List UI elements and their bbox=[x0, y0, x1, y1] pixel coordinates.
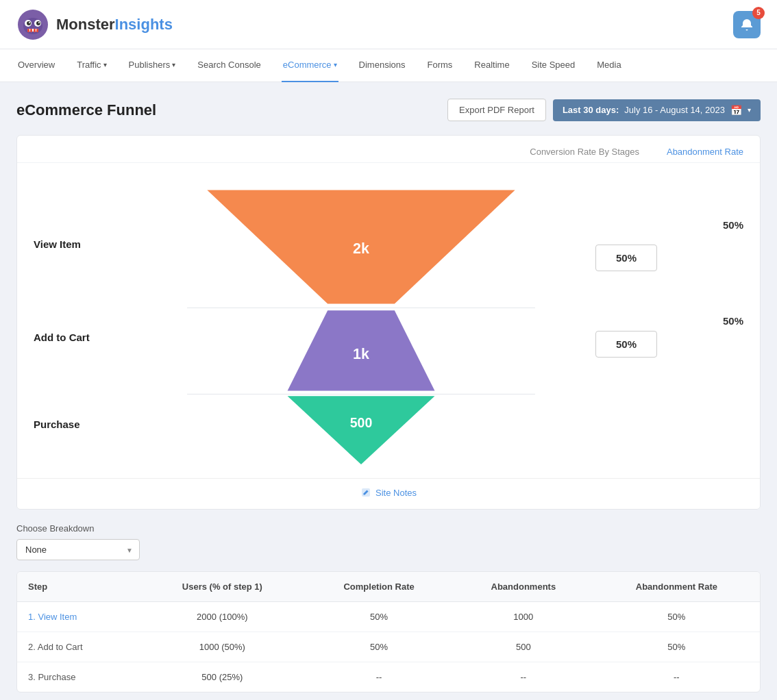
site-notes-row: Site Notes bbox=[17, 478, 760, 509]
breakdown-select[interactable]: None Device Source Browser bbox=[16, 539, 140, 560]
svg-point-7 bbox=[38, 22, 40, 23]
logo-text: MonsterInsights bbox=[56, 16, 173, 34]
svg-point-6 bbox=[29, 22, 30, 23]
col-step: Step bbox=[17, 572, 140, 602]
col-abandonment-rate: Abandonment Rate bbox=[593, 572, 760, 602]
conversion-box-1: 50% bbox=[595, 245, 657, 271]
step-2-users: 1000 (50%) bbox=[140, 632, 304, 662]
step-1-users: 2000 (100%) bbox=[140, 602, 304, 632]
chevron-down-icon: ▾ bbox=[103, 61, 107, 68]
notification-badge: 5 bbox=[752, 7, 765, 19]
nav-item-forms[interactable]: Forms bbox=[426, 49, 454, 82]
header-right: 5 bbox=[733, 11, 761, 38]
svg-text:1k: 1k bbox=[353, 346, 369, 362]
step-1-link[interactable]: 1. View Item bbox=[28, 612, 77, 622]
step-3-name: 3. Purchase bbox=[17, 662, 140, 692]
page-title-actions: Export PDF Report Last 30 days: July 16 … bbox=[447, 99, 761, 121]
step-1-abandonments: 1000 bbox=[454, 602, 593, 632]
step-2-abandonment-rate: 50% bbox=[593, 632, 760, 662]
svg-point-4 bbox=[27, 21, 31, 25]
pencil-icon bbox=[360, 487, 371, 498]
date-range-button[interactable]: Last 30 days: July 16 - August 14, 2023 … bbox=[553, 99, 761, 121]
funnel-header: Conversion Rate By Stages Abandonment Ra… bbox=[17, 136, 760, 163]
col-abandonments: Abandonments bbox=[454, 572, 593, 602]
page-title-row: eCommerce Funnel Export PDF Report Last … bbox=[16, 99, 761, 121]
svg-rect-14 bbox=[36, 29, 38, 32]
step-1-abandonment-rate: 50% bbox=[593, 602, 760, 632]
breakdown-section: Choose Breakdown None Device Source Brow… bbox=[16, 523, 761, 560]
svg-rect-13 bbox=[34, 29, 36, 32]
main-content: eCommerce Funnel Export PDF Report Last … bbox=[0, 82, 777, 700]
step-3-completion: -- bbox=[304, 662, 454, 692]
tab-abandonment-rate[interactable]: Abandonment Rate bbox=[667, 147, 743, 157]
calendar-icon: 📅 bbox=[730, 105, 742, 116]
abandonment-val-1: 50% bbox=[694, 219, 743, 231]
funnel-label-purchase: Purchase bbox=[34, 412, 113, 430]
nav-item-publishers[interactable]: Publishers ▾ bbox=[127, 49, 177, 82]
logo-icon bbox=[16, 8, 49, 41]
chevron-down-icon: ▾ bbox=[334, 61, 337, 68]
nav-item-ecommerce[interactable]: eCommerce ▾ bbox=[282, 49, 338, 82]
main-nav: Overview Traffic ▾ Publishers ▾ Search C… bbox=[0, 49, 777, 82]
notification-button[interactable]: 5 bbox=[733, 11, 761, 38]
nav-item-traffic[interactable]: Traffic ▾ bbox=[75, 49, 108, 82]
svg-rect-11 bbox=[27, 29, 29, 32]
step-3-abandonment-rate: -- bbox=[593, 662, 760, 692]
conversion-box-2: 50% bbox=[595, 331, 657, 358]
funnel-label-view-item: View Item bbox=[34, 211, 113, 250]
header: MonsterInsights 5 bbox=[0, 0, 777, 49]
col-users: Users (% of step 1) bbox=[140, 572, 304, 602]
funnel-svg: 2k 1k 500 bbox=[183, 177, 539, 464]
step-3-abandonments: -- bbox=[454, 662, 593, 692]
step-2-name: 2. Add to Cart bbox=[17, 632, 140, 662]
chevron-down-icon: ▾ bbox=[172, 61, 175, 68]
breakdown-select-wrap: None Device Source Browser bbox=[16, 539, 140, 560]
page-title: eCommerce Funnel bbox=[16, 101, 156, 119]
date-range: July 16 - August 14, 2023 bbox=[624, 105, 725, 115]
nav-item-media[interactable]: Media bbox=[595, 49, 622, 82]
step-3-users: 500 (25%) bbox=[140, 662, 304, 692]
svg-rect-12 bbox=[30, 29, 32, 32]
nav-item-search-console[interactable]: Search Console bbox=[196, 49, 262, 82]
nav-item-dimensions[interactable]: Dimensions bbox=[358, 49, 407, 82]
breakdown-label: Choose Breakdown bbox=[16, 523, 761, 534]
svg-text:2k: 2k bbox=[353, 240, 369, 257]
funnel-table-card: Step Users (% of step 1) Completion Rate… bbox=[16, 571, 761, 692]
col-completion: Completion Rate bbox=[304, 572, 454, 602]
conversion-boxes: 50% 50% bbox=[595, 163, 678, 478]
export-pdf-button[interactable]: Export PDF Report bbox=[447, 99, 546, 121]
table-row: 1. View Item 2000 (100%) 50% 1000 50% bbox=[17, 602, 760, 632]
date-prefix: Last 30 days: bbox=[563, 105, 619, 115]
nav-item-site-speed[interactable]: Site Speed bbox=[530, 49, 577, 82]
step-2-completion: 50% bbox=[304, 632, 454, 662]
tab-conversion-rate[interactable]: Conversion Rate By Stages bbox=[530, 147, 639, 157]
funnel-abandonment-values: 50% 50% — bbox=[678, 163, 760, 478]
funnel-label-add-to-cart: Add to Cart bbox=[34, 318, 113, 343]
step-2-abandonments: 500 bbox=[454, 632, 593, 662]
step-1-name: 1. View Item bbox=[17, 602, 140, 632]
funnel-labels: View Item Add to Cart Purchase bbox=[17, 163, 127, 478]
funnel-card: Conversion Rate By Stages Abandonment Ra… bbox=[16, 135, 761, 510]
svg-text:500: 500 bbox=[350, 415, 373, 430]
table-row: 2. Add to Cart 1000 (50%) 50% 500 50% bbox=[17, 632, 760, 662]
step-1-completion: 50% bbox=[304, 602, 454, 632]
abandonment-val-2: 50% bbox=[694, 315, 743, 327]
table-row: 3. Purchase 500 (25%) -- -- -- bbox=[17, 662, 760, 692]
svg-point-5 bbox=[36, 21, 40, 25]
table-header-row: Step Users (% of step 1) Completion Rate… bbox=[17, 572, 760, 602]
logo: MonsterInsights bbox=[16, 8, 173, 41]
funnel-table: Step Users (% of step 1) Completion Rate… bbox=[17, 572, 760, 692]
nav-item-realtime[interactable]: Realtime bbox=[473, 49, 510, 82]
funnel-area: View Item Add to Cart Purchase 2k 1k bbox=[17, 163, 760, 478]
bell-icon bbox=[740, 18, 754, 32]
nav-item-overview[interactable]: Overview bbox=[16, 49, 56, 82]
chevron-down-icon: ▾ bbox=[748, 106, 751, 114]
site-notes-button[interactable]: Site Notes bbox=[360, 487, 417, 498]
funnel-visual: 2k 1k 500 bbox=[127, 163, 595, 478]
